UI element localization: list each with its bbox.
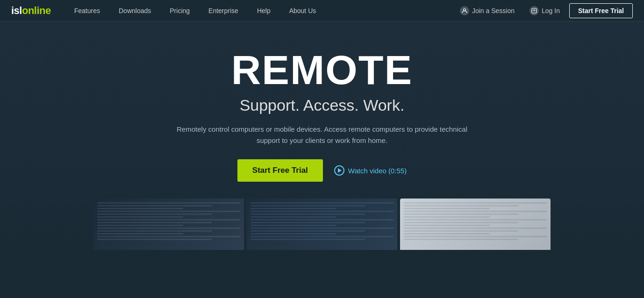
hero-trial-button[interactable]: Start Free Trial bbox=[237, 159, 323, 182]
nav-about[interactable]: About Us bbox=[281, 0, 325, 21]
nav-downloads[interactable]: Downloads bbox=[110, 0, 159, 21]
screenshot-2 bbox=[247, 199, 397, 250]
logo[interactable]: islonline bbox=[11, 5, 51, 17]
join-session-button[interactable]: Join a Session bbox=[454, 0, 520, 21]
screenshot-3-inner bbox=[400, 199, 551, 250]
join-session-icon bbox=[460, 6, 469, 15]
nav-pricing[interactable]: Pricing bbox=[161, 0, 198, 21]
hero-description: Remotely control computers or mobile dev… bbox=[172, 124, 472, 146]
nav-right: Join a Session Log In Start Free Trial bbox=[454, 0, 633, 21]
screenshot-3 bbox=[400, 199, 551, 250]
log-in-icon bbox=[530, 6, 539, 15]
play-triangle bbox=[338, 168, 342, 173]
watch-video-label: Watch video (0:55) bbox=[348, 167, 407, 175]
watch-video-button[interactable]: Watch video (0:55) bbox=[334, 165, 407, 176]
svg-point-2 bbox=[534, 9, 535, 11]
play-icon bbox=[334, 165, 344, 176]
hero-actions: Start Free Trial Watch video (0:55) bbox=[9, 159, 635, 182]
screen-detail-3 bbox=[404, 202, 547, 246]
hero-section: REMOTE Support. Access. Work. Remotely c… bbox=[0, 21, 644, 250]
nav-features[interactable]: Features bbox=[66, 0, 108, 21]
logo-isl: isl bbox=[11, 5, 22, 17]
nav-enterprise[interactable]: Enterprise bbox=[200, 0, 247, 21]
screen-detail-2 bbox=[250, 202, 394, 246]
nav-links: Features Downloads Pricing Enterprise He… bbox=[66, 0, 454, 21]
nav-trial-button[interactable]: Start Free Trial bbox=[569, 3, 633, 18]
screenshot-1-inner bbox=[93, 199, 244, 250]
logo-online: online bbox=[22, 5, 51, 17]
nav-help[interactable]: Help bbox=[249, 0, 279, 21]
screenshot-1 bbox=[93, 199, 244, 250]
screenshots-row bbox=[9, 199, 635, 250]
hero-title: REMOTE bbox=[9, 50, 635, 91]
screen-detail-1 bbox=[97, 202, 240, 246]
navbar: islonline Features Downloads Pricing Ent… bbox=[0, 0, 644, 21]
hero-subtitle: Support. Access. Work. bbox=[9, 96, 635, 114]
log-in-button[interactable]: Log In bbox=[524, 0, 565, 21]
screenshot-2-inner bbox=[247, 199, 397, 250]
join-session-label: Join a Session bbox=[472, 7, 515, 14]
log-in-label: Log In bbox=[542, 7, 560, 14]
